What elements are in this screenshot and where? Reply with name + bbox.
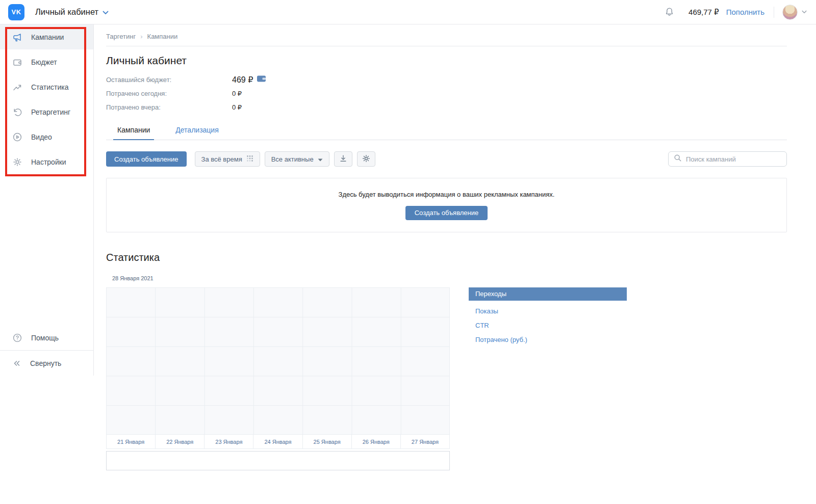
budget-spent-yesterday-value: 0 ₽ <box>232 103 242 111</box>
legend-item-ctr[interactable]: CTR <box>469 319 627 333</box>
header-right: 469,77 ₽ Пополнить <box>664 5 807 20</box>
create-ad-button[interactable]: Создать объявление <box>106 151 187 167</box>
vk-ads-cabinet: VK Личный кабинет 469,77 ₽ Пополнить <box>0 0 816 504</box>
undo-arrow-icon <box>12 107 22 117</box>
notifications-bell-icon[interactable] <box>664 6 675 18</box>
chart-x-axis: 21 Января 22 Января 23 Января 24 Января … <box>106 435 450 449</box>
sidebar-item-retargeting[interactable]: Ретаргетинг <box>0 99 93 124</box>
breadcrumb-targeting[interactable]: Таргетинг <box>106 33 136 40</box>
sidebar-bottom: Помощь Свернуть <box>0 325 93 376</box>
sidebar-item-label: Видео <box>31 133 52 141</box>
calendar-dots-icon <box>246 155 253 164</box>
budget-label: Оставшийся бюджет: <box>106 76 232 84</box>
x-axis-label: 22 Января <box>156 435 205 448</box>
sidebar-item-settings[interactable]: Настройки <box>0 149 93 174</box>
budget-summary: Оставшийся бюджет: 469 ₽ Потрачено сегод… <box>106 74 787 112</box>
x-axis-label: 21 Января <box>107 435 156 448</box>
main-content: Таргетинг › Кампании Личный кабинет Оста… <box>106 24 787 470</box>
user-avatar[interactable] <box>782 5 798 20</box>
legend-item-clicks[interactable]: Переходы <box>469 287 627 301</box>
gear-icon <box>362 154 371 165</box>
sidebar-item-label: Кампании <box>31 33 64 41</box>
x-axis-label: 23 Января <box>205 435 253 448</box>
trend-line-icon <box>12 82 22 92</box>
breadcrumb-divider <box>106 46 787 46</box>
campaigns-toolbar: Создать объявление За всё время Все акти… <box>106 151 787 167</box>
gear-icon <box>12 157 22 167</box>
search-input[interactable] <box>686 155 781 163</box>
account-balance: 469,77 ₽ <box>688 8 719 17</box>
double-chevron-left-icon <box>12 359 21 367</box>
status-filter-dropdown[interactable]: Все активные <box>265 151 329 167</box>
sidebar-item-label: Статистика <box>31 83 69 91</box>
status-filter-label: Все активные <box>271 155 314 163</box>
create-ad-button-empty-state[interactable]: Создать объявление <box>405 206 488 220</box>
budget-remaining-value: 469 ₽ <box>232 75 253 85</box>
chart-block: 21 Января 22 Января 23 Января 24 Января … <box>106 287 450 470</box>
sidebar-item-label: Настройки <box>31 158 66 166</box>
top-header: VK Личный кабинет 469,77 ₽ Пополнить <box>0 0 816 24</box>
caret-down-icon <box>318 155 323 163</box>
breadcrumb-separator-icon: › <box>140 33 142 40</box>
legend-item-impressions[interactable]: Показы <box>469 304 627 319</box>
chart-range-selector[interactable] <box>106 451 450 470</box>
chart-plot-area <box>106 287 450 435</box>
export-download-button[interactable] <box>334 151 352 167</box>
vk-logo[interactable]: VK <box>8 4 24 20</box>
sidebar-item-campaigns[interactable]: Кампании <box>0 24 93 49</box>
search-icon <box>674 154 682 164</box>
budget-label: Потрачено вчера: <box>106 103 232 111</box>
sidebar-item-video[interactable]: Видео <box>0 124 93 149</box>
megaphone-icon <box>12 32 22 42</box>
legend-item-spent[interactable]: Потрачено (руб.) <box>469 333 627 347</box>
vk-logo-text: VK <box>11 8 21 16</box>
sidebar-item-help[interactable]: Помощь <box>0 325 93 350</box>
download-icon <box>339 154 348 165</box>
topup-link[interactable]: Пополнить <box>726 8 764 16</box>
breadcrumb: Таргетинг › Кампании <box>106 24 787 41</box>
chart-legend: Переходы Показы CTR Потрачено (руб.) <box>469 287 627 347</box>
budget-row-remaining: Оставшийся бюджет: 469 ₽ <box>106 74 787 85</box>
breadcrumb-campaigns: Кампании <box>147 33 178 40</box>
cabinet-title: Личный кабинет <box>35 7 98 17</box>
x-axis-label: 27 Января <box>401 435 450 448</box>
tab-bar: Кампании Детализация <box>106 126 787 140</box>
empty-state-message: Здесь будет выводиться информация о ваши… <box>339 191 555 198</box>
budget-spent-today-value: 0 ₽ <box>232 90 242 97</box>
budget-row-spent-yesterday: Потрачено вчера: 0 ₽ <box>106 102 787 112</box>
sidebar-item-collapse[interactable]: Свернуть <box>0 351 93 376</box>
page-title: Личный кабинет <box>106 55 787 67</box>
budget-label: Потрачено сегодня: <box>106 90 232 97</box>
x-axis-label: 25 Января <box>303 435 352 448</box>
statistics-date-label: 28 Января 2021 <box>112 275 787 281</box>
sidebar-item-statistics[interactable]: Статистика <box>0 74 93 99</box>
budget-row-spent-today: Потрачено сегодня: 0 ₽ <box>106 88 787 98</box>
statistics-title: Статистика <box>106 252 787 263</box>
play-circle-icon <box>12 132 22 142</box>
table-settings-button[interactable] <box>357 151 375 167</box>
wallet-mini-icon[interactable] <box>257 75 266 84</box>
period-filter-label: За всё время <box>201 155 242 163</box>
help-icon <box>12 333 22 343</box>
x-axis-label: 26 Января <box>352 435 401 448</box>
tab-details[interactable]: Детализация <box>171 126 222 140</box>
cabinet-switcher[interactable]: Личный кабинет <box>35 7 109 17</box>
campaigns-empty-state: Здесь будет выводиться информация о ваши… <box>106 178 787 232</box>
period-filter-button[interactable]: За всё время <box>195 151 260 167</box>
campaign-search <box>668 151 787 167</box>
profile-chevron-down-icon[interactable] <box>802 10 807 14</box>
sidebar-item-label: Свернуть <box>30 359 61 367</box>
sidebar-item-budget[interactable]: Бюджет <box>0 49 93 74</box>
sidebar-item-label: Помощь <box>31 334 59 342</box>
sidebar-item-label: Ретаргетинг <box>31 108 70 116</box>
x-axis-label: 24 Января <box>253 435 302 448</box>
chevron-down-icon <box>103 7 109 17</box>
wallet-icon <box>12 57 22 67</box>
sidebar-nav: Кампании Бюджет Статистика <box>0 24 94 376</box>
header-separator <box>774 7 774 18</box>
tab-campaigns[interactable]: Кампании <box>113 126 154 140</box>
statistics-chart: 21 Января 22 Января 23 Января 24 Января … <box>106 287 787 470</box>
sidebar-item-label: Бюджет <box>31 58 57 66</box>
